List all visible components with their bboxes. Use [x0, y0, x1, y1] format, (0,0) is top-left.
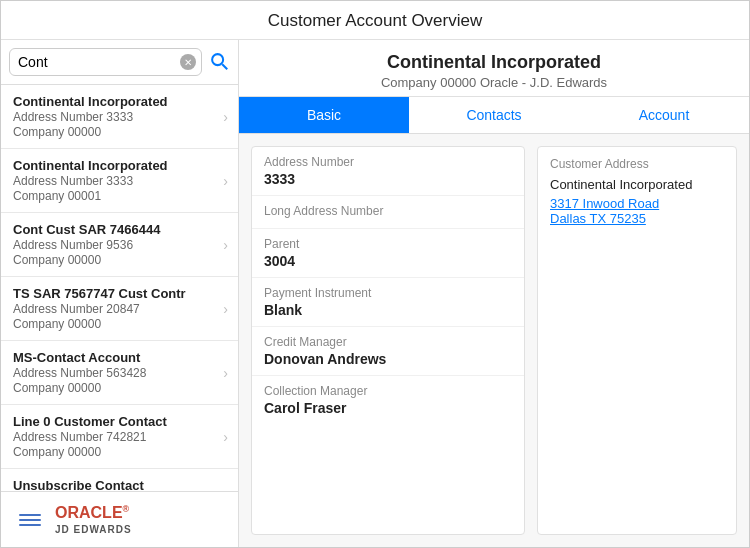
list-item-company: Company 00000: [13, 317, 223, 331]
clear-search-button[interactable]: ✕: [180, 54, 196, 70]
list-item-content: TS SAR 7567747 Cust Contr Address Number…: [13, 286, 223, 331]
jde-text: JD EDWARDS: [55, 524, 132, 535]
list-item-name: Continental Incorporated: [13, 94, 223, 109]
list-item-address: Address Number 3333: [13, 174, 223, 188]
detail-area: Address Number 3333 Long Address Number …: [239, 134, 749, 547]
field-value: 3333: [264, 171, 512, 187]
left-panel: ✕ Continental Incorporated Address Numbe…: [1, 40, 239, 547]
field-value: Donovan Andrews: [264, 351, 512, 367]
list-item-content: Continental Incorporated Address Number …: [13, 158, 223, 203]
detail-field: Collection Manager Carol Fraser: [252, 376, 524, 424]
field-label: Long Address Number: [264, 204, 512, 218]
field-label: Parent: [264, 237, 512, 251]
field-label: Payment Instrument: [264, 286, 512, 300]
list-item[interactable]: Continental Incorporated Address Number …: [1, 149, 238, 213]
list-item-address: Address Number 742821: [13, 430, 223, 444]
customer-list: Continental Incorporated Address Number …: [1, 85, 238, 491]
list-item[interactable]: Unsubscribe Contact Address Number 74285…: [1, 469, 238, 491]
chevron-right-icon: ›: [223, 237, 228, 253]
detail-field: Payment Instrument Blank: [252, 278, 524, 327]
oracle-text: ORACLE®: [55, 504, 129, 522]
list-item-company: Company 00001: [13, 189, 223, 203]
menu-icon-line1: [19, 514, 41, 516]
menu-icon-line2: [19, 519, 41, 521]
detail-field: Parent 3004: [252, 229, 524, 278]
company-name: Continental Incorporated: [255, 52, 733, 73]
list-item[interactable]: Continental Incorporated Address Number …: [1, 85, 238, 149]
list-item-company: Company 00000: [13, 445, 223, 459]
search-input[interactable]: [9, 48, 202, 76]
list-item-company: Company 00000: [13, 381, 223, 395]
right-header: Continental Incorporated Company 00000 O…: [239, 40, 749, 97]
field-value: 3004: [264, 253, 512, 269]
list-item-address: Address Number 20847: [13, 302, 223, 316]
tab-account[interactable]: Account: [579, 97, 749, 133]
detail-field: Address Number 3333: [252, 147, 524, 196]
list-item-company: Company 00000: [13, 125, 223, 139]
customer-address-label: Customer Address: [550, 157, 724, 171]
list-item-content: Line 0 Customer Contact Address Number 7…: [13, 414, 223, 459]
list-item-name: Cont Cust SAR 7466444: [13, 222, 223, 237]
list-item[interactable]: MS-Contact Account Address Number 563428…: [1, 341, 238, 405]
list-item-name: Continental Incorporated: [13, 158, 223, 173]
field-label: Collection Manager: [264, 384, 512, 398]
detail-field: Long Address Number: [252, 196, 524, 229]
oracle-logo: ORACLE® JD EDWARDS: [55, 504, 132, 534]
search-icon: [208, 50, 230, 72]
field-label: Credit Manager: [264, 335, 512, 349]
list-item[interactable]: Line 0 Customer Contact Address Number 7…: [1, 405, 238, 469]
field-value: Blank: [264, 302, 512, 318]
list-item-address: Address Number 9536: [13, 238, 223, 252]
search-input-wrapper: ✕: [9, 48, 202, 76]
list-item-address: Address Number 3333: [13, 110, 223, 124]
footer: ORACLE® JD EDWARDS: [1, 491, 238, 547]
customer-address-city[interactable]: Dallas TX 75235: [550, 211, 724, 226]
search-button[interactable]: [208, 50, 230, 75]
search-bar: ✕: [1, 40, 238, 85]
menu-button[interactable]: [15, 510, 45, 530]
menu-icon-line3: [19, 524, 41, 526]
list-item-address: Address Number 563428: [13, 366, 223, 380]
company-sub: Company 00000 Oracle - J.D. Edwards: [255, 75, 733, 90]
page-title: Customer Account Overview: [268, 11, 482, 30]
list-item[interactable]: Cont Cust SAR 7466444 Address Number 953…: [1, 213, 238, 277]
customer-address-panel: Customer Address Continental Incorporate…: [537, 146, 737, 535]
list-item-name: TS SAR 7567747 Cust Contr: [13, 286, 223, 301]
chevron-right-icon: ›: [223, 429, 228, 445]
tab-contacts[interactable]: Contacts: [409, 97, 579, 133]
chevron-right-icon: ›: [223, 173, 228, 189]
chevron-right-icon: ›: [223, 301, 228, 317]
customer-address-street[interactable]: 3317 Inwood Road: [550, 196, 724, 211]
list-item-name: MS-Contact Account: [13, 350, 223, 365]
list-item[interactable]: TS SAR 7567747 Cust Contr Address Number…: [1, 277, 238, 341]
list-item-name: Line 0 Customer Contact: [13, 414, 223, 429]
chevron-right-icon: ›: [223, 109, 228, 125]
customer-address-company: Continental Incorporated: [550, 177, 724, 192]
tabs-bar: Basic Contacts Account: [239, 97, 749, 134]
list-item-content: Cont Cust SAR 7466444 Address Number 953…: [13, 222, 223, 267]
detail-fields: Address Number 3333 Long Address Number …: [251, 146, 525, 535]
list-item-company: Company 00000: [13, 253, 223, 267]
page-title-bar: Customer Account Overview: [1, 1, 749, 40]
field-label: Address Number: [264, 155, 512, 169]
list-item-content: Unsubscribe Contact Address Number 74285…: [13, 478, 223, 491]
svg-point-0: [212, 54, 223, 65]
list-item-name: Unsubscribe Contact: [13, 478, 223, 491]
list-item-content: MS-Contact Account Address Number 563428…: [13, 350, 223, 395]
field-value: Carol Fraser: [264, 400, 512, 416]
svg-line-1: [222, 64, 227, 69]
right-panel: Continental Incorporated Company 00000 O…: [239, 40, 749, 547]
tab-basic[interactable]: Basic: [239, 97, 409, 133]
chevron-right-icon: ›: [223, 365, 228, 381]
list-item-content: Continental Incorporated Address Number …: [13, 94, 223, 139]
detail-field: Credit Manager Donovan Andrews: [252, 327, 524, 376]
